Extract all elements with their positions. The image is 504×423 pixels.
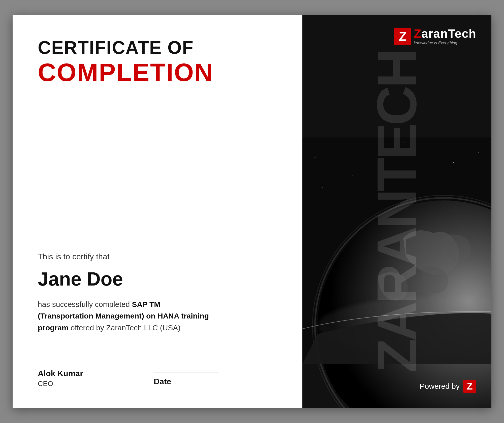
globe-graphic — [302, 94, 491, 408]
svg-point-5 — [378, 150, 378, 150]
signature-line-1 — [38, 364, 103, 364]
logo-z-letter: Z — [399, 30, 407, 43]
logo-text-block: ZaranTech knowledge is Everything — [414, 28, 476, 45]
zarantech-logo: Z ZaranTech knowledge is Everything — [394, 28, 476, 45]
certify-intro-text: This is to certify that — [38, 252, 277, 261]
svg-point-3 — [332, 145, 333, 145]
desc-normal-1: has successfully completed — [38, 300, 132, 308]
powered-by-text: Powered by — [420, 382, 460, 391]
powered-z-letter: Z — [467, 381, 472, 391]
certificate-description: has successfully completed SAP TM (Trans… — [38, 299, 214, 334]
logo-tagline: knowledge is Everything — [414, 41, 476, 45]
logo-brand-name: ZaranTech — [414, 28, 476, 40]
signer-1-name: Alok Kumar — [38, 369, 103, 378]
powered-z-box: Z — [463, 380, 476, 393]
svg-point-8 — [453, 162, 454, 163]
certificate-right-panel: Z ZaranTech knowledge is Everything ZARA… — [302, 15, 491, 408]
svg-point-2 — [315, 157, 316, 158]
signatures-row: Alok Kumar CEO Date — [38, 364, 277, 388]
svg-point-9 — [466, 188, 466, 188]
signer-2-name: Date — [154, 377, 219, 386]
signer-1-title: CEO — [38, 380, 103, 388]
certificate-title-completion: COMPLETION — [38, 60, 277, 85]
certificate-left-panel: CERTIFICATE OF COMPLETION This is to cer… — [13, 15, 302, 408]
svg-point-4 — [353, 175, 353, 175]
signature-block-1: Alok Kumar CEO — [38, 364, 103, 388]
recipient-name: Jane Doe — [38, 268, 277, 290]
logo-arantech: aranTech — [421, 27, 476, 40]
signature-line-2 — [154, 372, 219, 372]
desc-normal-2: offered by ZaranTech LLC (USA) — [69, 324, 181, 332]
signature-block-2: Date — [154, 372, 219, 388]
svg-point-6 — [322, 188, 323, 188]
logo-z-red: Z — [414, 27, 421, 40]
powered-by-section: Powered by Z — [420, 380, 476, 393]
logo-z-box: Z — [394, 28, 411, 45]
svg-point-7 — [403, 142, 403, 143]
certificate-title-of: CERTIFICATE OF — [38, 38, 277, 58]
svg-point-10 — [479, 152, 479, 153]
certificate-wrapper: CERTIFICATE OF COMPLETION This is to cer… — [13, 15, 491, 408]
